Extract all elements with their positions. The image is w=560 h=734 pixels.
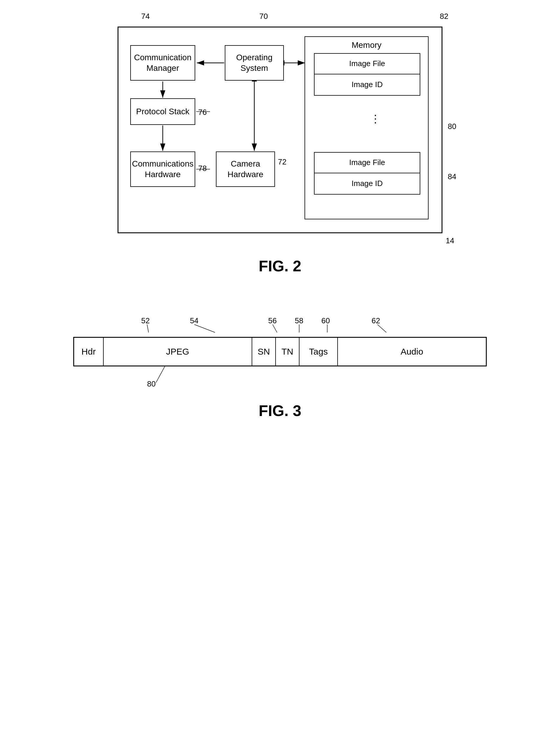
image-file-1: Image File	[315, 54, 420, 74]
cell-hdr: Hdr	[74, 338, 104, 366]
fig3-ref-60: 60	[321, 316, 330, 326]
image-id-1: Image ID	[315, 74, 420, 95]
fig3-ref-56: 56	[268, 316, 277, 326]
camera-hardware-block: Camera Hardware	[216, 152, 275, 187]
comm-hardware-block: Communications Hardware	[130, 152, 195, 187]
operating-system-block: Operating System	[225, 45, 284, 81]
ref-76: 76	[198, 108, 207, 117]
svg-line-13	[194, 325, 215, 333]
memory-label: Memory	[305, 40, 428, 51]
svg-line-18	[156, 367, 165, 382]
fig3-caption: FIG. 3	[259, 402, 301, 419]
ref-72: 72	[278, 157, 286, 167]
svg-line-14	[273, 325, 277, 333]
cell-tn: TN	[276, 338, 299, 366]
ref-84-fig2: 84	[448, 172, 456, 181]
protocol-stack-block: Protocol Stack	[130, 98, 195, 125]
fig3-ref-52: 52	[141, 316, 150, 326]
cell-tags: Tags	[299, 338, 338, 366]
fig3-ref-62: 62	[372, 316, 380, 326]
cell-jpeg: JPEG	[104, 338, 252, 366]
image-record-2: Image File Image ID	[314, 152, 420, 195]
ref-80-fig2: 80	[448, 122, 456, 131]
ref-82: 82	[440, 12, 448, 21]
svg-line-17	[377, 325, 386, 333]
ref-14: 14	[103, 236, 454, 245]
comm-manager-block: Communication Manager	[130, 45, 195, 81]
fig2-caption: FIG. 2	[259, 257, 301, 275]
image-file-strip: Hdr JPEG SN TN Tags Audio	[73, 337, 487, 367]
ref-70: 70	[259, 12, 268, 21]
image-record-1: Image File Image ID	[314, 53, 420, 96]
ellipsis: ⋮	[370, 112, 381, 126]
fig3-ref-54: 54	[190, 316, 198, 326]
image-file-2: Image File	[315, 153, 420, 173]
ref-78: 78	[198, 164, 207, 173]
cell-sn: SN	[252, 338, 276, 366]
fig3-ref-58: 58	[295, 316, 303, 326]
ref-74: 74	[141, 12, 150, 21]
memory-block: Memory Image File Image ID ⋮ Image File …	[305, 36, 429, 219]
image-id-2: Image ID	[315, 173, 420, 194]
cell-audio: Audio	[338, 338, 486, 366]
fig3-ref-80: 80	[147, 379, 156, 388]
svg-line-12	[147, 325, 149, 333]
